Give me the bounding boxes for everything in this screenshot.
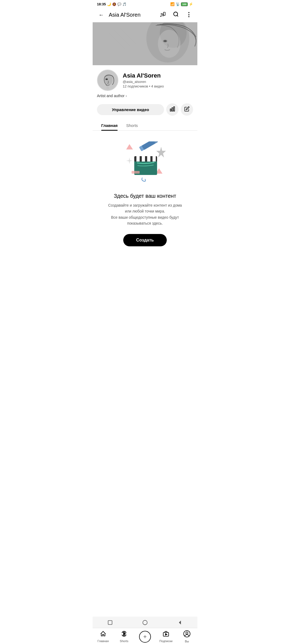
- signal-bars-icon: 📶: [170, 2, 175, 6]
- profile-handle: @asia_alsoren: [123, 80, 193, 84]
- svg-point-16: [106, 79, 107, 80]
- svg-rect-29: [142, 156, 145, 162]
- svg-rect-18: [170, 109, 171, 111]
- profile-row: Asia Al'Soren @asia_alsoren 12 подписчик…: [97, 69, 193, 91]
- profile-info: Asia Al'Soren @asia_alsoren 12 подписчик…: [123, 72, 193, 88]
- artist-description-row[interactable]: Artist and author ›: [97, 94, 193, 98]
- profile-stats: 12 подписчиков • 4 видео: [123, 84, 193, 88]
- moon-icon: 🌙: [107, 2, 111, 6]
- action-row: Управление видео: [93, 100, 197, 119]
- svg-rect-28: [136, 156, 140, 162]
- tab-shorts[interactable]: Shorts: [122, 120, 142, 130]
- page-title: Asia Al'Soren: [109, 12, 155, 18]
- svg-rect-24: [142, 141, 158, 150]
- analytics-button[interactable]: [166, 103, 179, 116]
- channel-tabs: Главная Shorts: [93, 120, 197, 131]
- svg-rect-1: [164, 12, 165, 15]
- artist-label: Artist and author: [97, 94, 125, 98]
- profile-section: Asia Al'Soren @asia_alsoren 12 подписчик…: [93, 65, 197, 100]
- clapperboard-illustration: [121, 141, 169, 184]
- time: 18:35: [97, 2, 106, 6]
- banner-background: [93, 22, 197, 65]
- create-button[interactable]: Создать: [123, 234, 167, 246]
- back-button[interactable]: ←: [96, 9, 107, 20]
- banner-sketch-art: [93, 22, 197, 65]
- svg-marker-21: [126, 144, 133, 149]
- svg-line-3: [177, 15, 178, 16]
- svg-point-9: [164, 40, 166, 42]
- svg-point-14: [104, 74, 113, 85]
- charging-icon: ⚡: [189, 2, 193, 6]
- analytics-icon: [169, 106, 175, 113]
- svg-rect-20: [174, 107, 175, 111]
- tab-home[interactable]: Главная: [97, 120, 122, 130]
- search-button[interactable]: [171, 9, 181, 20]
- svg-rect-19: [172, 108, 173, 111]
- wifi-icon: 📡: [176, 2, 180, 6]
- chat-icon: 💬: [117, 2, 121, 6]
- svg-rect-31: [153, 156, 156, 162]
- avatar-sketch: [97, 69, 118, 91]
- svg-rect-17: [106, 85, 109, 89]
- cast-icon: [160, 12, 166, 18]
- channel-banner: [93, 22, 197, 65]
- battery-indicator: 100: [181, 2, 188, 6]
- status-left: 18:35 🌙 🔕 💬 🎵: [97, 2, 126, 6]
- cast-button[interactable]: [158, 9, 168, 20]
- svg-point-7: [158, 30, 180, 58]
- edit-button[interactable]: [181, 103, 193, 116]
- empty-state-title: Здесь будет ваш контент: [114, 193, 176, 199]
- chevron-right-icon: ›: [126, 94, 127, 98]
- signal-icon: 🎵: [122, 2, 126, 6]
- back-icon: ←: [99, 12, 104, 18]
- svg-rect-32: [132, 171, 140, 174]
- pencil-icon: [184, 106, 190, 113]
- svg-marker-25: [156, 147, 166, 158]
- more-icon: ⋮: [186, 11, 192, 18]
- manage-video-button[interactable]: Управление видео: [97, 104, 164, 115]
- svg-point-2: [174, 12, 178, 16]
- search-icon: [173, 11, 179, 19]
- more-button[interactable]: ⋮: [183, 9, 194, 20]
- empty-state-description: Создавайте и загружайте контент из дома …: [105, 202, 185, 226]
- status-right: 📶 📡 100 ⚡: [170, 2, 193, 6]
- svg-point-0: [161, 16, 161, 17]
- svg-rect-30: [147, 156, 150, 162]
- status-bar: 18:35 🌙 🔕 💬 🎵 📶 📡 100 ⚡: [93, 0, 197, 7]
- clapperboard-svg: [121, 141, 169, 184]
- empty-state-area: Здесь будет ваш контент Создавайте и заг…: [93, 131, 197, 257]
- avatar: [97, 69, 118, 91]
- profile-name: Asia Al'Soren: [123, 72, 193, 79]
- top-nav: ← Asia Al'Soren ⋮: [93, 7, 197, 22]
- silent-icon: 🔕: [112, 2, 116, 6]
